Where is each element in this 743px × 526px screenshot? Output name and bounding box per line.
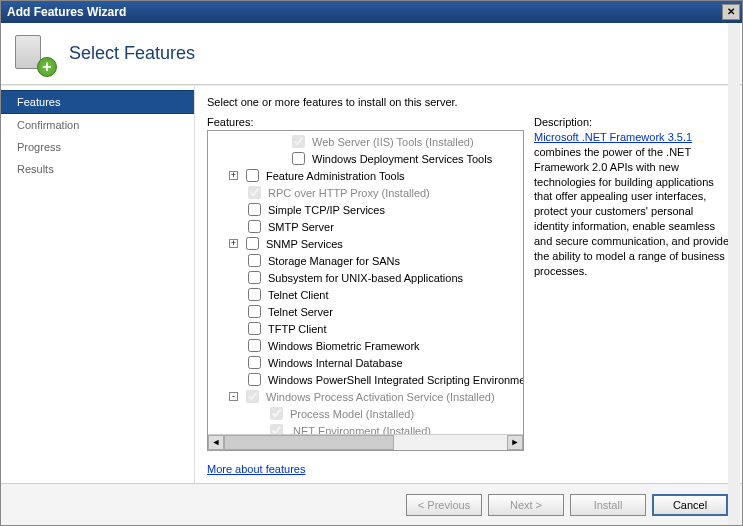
tree-row[interactable]: -Windows Process Activation Service (Ins… <box>208 388 523 405</box>
feature-checkbox[interactable] <box>248 305 261 318</box>
sidebar-item-confirmation[interactable]: Confirmation <box>1 114 194 136</box>
feature-checkbox[interactable] <box>248 203 261 216</box>
feature-checkbox[interactable] <box>248 271 261 284</box>
expand-icon[interactable]: + <box>229 239 238 248</box>
description-text: Microsoft .NET Framework 3.5.1 combines … <box>534 130 730 278</box>
tree-row[interactable]: +SNMP Services <box>208 235 523 252</box>
sidebar-item-progress[interactable]: Progress <box>1 136 194 158</box>
feature-checkbox <box>246 390 259 403</box>
description-link[interactable]: Microsoft .NET Framework 3.5.1 <box>534 131 692 143</box>
next-button[interactable]: Next > <box>488 494 564 516</box>
feature-label: Subsystem for UNIX-based Applications <box>268 272 463 284</box>
titlebar: Add Features Wizard ✕ <box>1 1 742 23</box>
feature-label: Windows Biometric Framework <box>268 340 420 352</box>
feature-checkbox[interactable] <box>248 356 261 369</box>
feature-checkbox[interactable] <box>248 220 261 233</box>
feature-checkbox[interactable] <box>248 288 261 301</box>
plus-icon: + <box>37 57 57 77</box>
description-body: combines the power of the .NET Framework… <box>534 146 729 277</box>
tree-row[interactable]: Windows Deployment Services Tools <box>208 150 523 167</box>
feature-checkbox <box>248 186 261 199</box>
close-button[interactable]: ✕ <box>722 4 740 20</box>
feature-checkbox[interactable] <box>248 322 261 335</box>
button-bar: < Previous Next > Install Cancel <box>1 483 742 525</box>
page-title: Select Features <box>69 43 195 64</box>
expand-icon[interactable]: + <box>229 171 238 180</box>
sidebar-item-results[interactable]: Results <box>1 158 194 180</box>
feature-label: Web Server (IIS) Tools (Installed) <box>312 136 474 148</box>
feature-checkbox[interactable] <box>246 237 259 250</box>
feature-label: Windows Process Activation Service (Inst… <box>266 391 495 403</box>
wizard-header: + Select Features <box>1 23 742 85</box>
sidebar: FeaturesConfirmationProgressResults <box>1 86 195 483</box>
tree-row[interactable]: +Feature Administration Tools <box>208 167 523 184</box>
feature-label: SNMP Services <box>266 238 343 250</box>
tree-row[interactable]: Windows PowerShell Integrated Scripting … <box>208 371 523 388</box>
feature-label: SMTP Server <box>268 221 334 233</box>
tree-row[interactable]: Windows Internal Database <box>208 354 523 371</box>
cancel-button[interactable]: Cancel <box>652 494 728 516</box>
tree-row[interactable]: Simple TCP/IP Services <box>208 201 523 218</box>
feature-label: Windows Deployment Services Tools <box>312 153 492 165</box>
feature-label: TFTP Client <box>268 323 326 335</box>
tree-row[interactable]: SMTP Server <box>208 218 523 235</box>
feature-label: Storage Manager for SANs <box>268 255 400 267</box>
tree-row[interactable]: Telnet Client <box>208 286 523 303</box>
tree-row[interactable]: Subsystem for UNIX-based Applications <box>208 269 523 286</box>
install-button[interactable]: Install <box>570 494 646 516</box>
feature-label: Telnet Server <box>268 306 333 318</box>
feature-checkbox <box>292 135 305 148</box>
previous-button[interactable]: < Previous <box>406 494 482 516</box>
horizontal-scrollbar[interactable]: ◄ ► <box>208 434 523 450</box>
feature-label: RPC over HTTP Proxy (Installed) <box>268 187 430 199</box>
collapse-icon[interactable]: - <box>229 392 238 401</box>
instruction-text: Select one or more features to install o… <box>207 96 730 108</box>
feature-label: Simple TCP/IP Services <box>268 204 385 216</box>
feature-label: Windows PowerShell Integrated Scripting … <box>268 374 523 386</box>
wizard-window: Add Features Wizard ✕ + Select Features … <box>0 0 743 526</box>
tree-row[interactable]: Telnet Server <box>208 303 523 320</box>
tree-row[interactable]: TFTP Client <box>208 320 523 337</box>
scroll-right-icon[interactable]: ► <box>507 435 523 450</box>
wizard-icon: + <box>13 33 55 75</box>
tree-row[interactable]: RPC over HTTP Proxy (Installed) <box>208 184 523 201</box>
scrollbar-thumb[interactable] <box>224 435 394 450</box>
wizard-body: FeaturesConfirmationProgressResults Sele… <box>1 85 742 483</box>
tree-row[interactable]: Process Model (Installed) <box>208 405 523 422</box>
feature-checkbox[interactable] <box>248 339 261 352</box>
features-tree[interactable]: Web Server (IIS) Tools (Installed)Window… <box>208 131 523 450</box>
features-label: Features: <box>207 116 524 128</box>
features-tree-container: Web Server (IIS) Tools (Installed)Window… <box>207 130 524 451</box>
tree-row[interactable]: Storage Manager for SANs <box>208 252 523 269</box>
feature-checkbox[interactable] <box>246 169 259 182</box>
window-title: Add Features Wizard <box>7 5 126 19</box>
outer-vertical-scrollbar[interactable] <box>728 23 740 525</box>
feature-checkbox[interactable] <box>292 152 305 165</box>
sidebar-item-features[interactable]: Features <box>1 90 194 114</box>
tree-row[interactable]: Windows Biometric Framework <box>208 337 523 354</box>
feature-checkbox[interactable] <box>248 254 261 267</box>
content-area: Select one or more features to install o… <box>195 86 742 483</box>
feature-label: Process Model (Installed) <box>290 408 414 420</box>
scroll-left-icon[interactable]: ◄ <box>208 435 224 450</box>
description-label: Description: <box>534 116 730 128</box>
tree-row[interactable]: Web Server (IIS) Tools (Installed) <box>208 133 523 150</box>
feature-label: Feature Administration Tools <box>266 170 405 182</box>
feature-checkbox[interactable] <box>248 373 261 386</box>
feature-checkbox <box>270 407 283 420</box>
feature-label: Telnet Client <box>268 289 329 301</box>
more-about-features-link[interactable]: More about features <box>207 463 524 475</box>
feature-label: Windows Internal Database <box>268 357 403 369</box>
